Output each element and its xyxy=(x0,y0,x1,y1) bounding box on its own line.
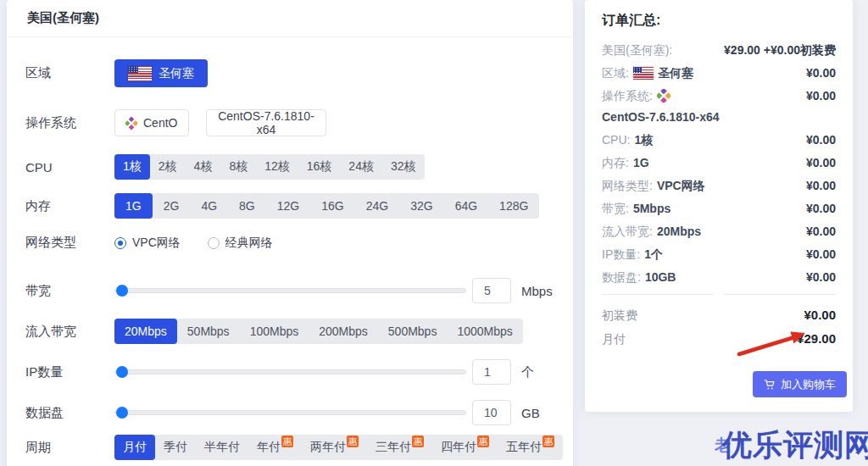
summary-region-row: 区域: 圣何塞 ¥0.00 xyxy=(602,64,836,81)
ip-input[interactable] xyxy=(472,359,511,385)
period-option[interactable]: 三年付惠 xyxy=(367,435,432,460)
summary-bandwidth-row: 带宽:5Mbps ¥0.00 xyxy=(602,200,836,217)
os-option-label: CentOS xyxy=(143,116,178,130)
inbound-option[interactable]: 20Mbps xyxy=(114,319,177,344)
centos-logo-icon xyxy=(657,89,670,103)
inbound-option[interactable]: 50Mbps xyxy=(177,319,240,344)
bandwidth-unit: Mbps xyxy=(521,284,553,298)
summary-ip-row: IP数量:1个 ¥0.00 xyxy=(602,246,836,263)
monthly-fee-price: ¥29.00 xyxy=(797,330,836,347)
slider-handle[interactable] xyxy=(116,285,128,297)
network-option-classic[interactable]: 经典网络 xyxy=(208,236,273,251)
period-label: 周期 xyxy=(25,440,114,456)
cpu-option[interactable]: 24核 xyxy=(340,154,382,180)
radio-unchecked-icon xyxy=(208,237,220,249)
inbound-option[interactable]: 100Mbps xyxy=(240,319,309,344)
network-option-vpc[interactable]: VPC网络 xyxy=(114,236,181,251)
discount-badge: 惠 xyxy=(412,435,424,447)
os-version-label: CentOS-7.6.1810-x64 xyxy=(217,109,315,136)
slider-handle[interactable] xyxy=(116,366,128,378)
disk-label: 数据盘 xyxy=(25,405,114,421)
disk-unit: GB xyxy=(521,406,540,420)
memory-option[interactable]: 24G xyxy=(355,193,399,219)
inbound-option[interactable]: 200Mbps xyxy=(309,319,378,344)
summary-inbound-row: 流入带宽:20Mbps ¥0.00 xyxy=(602,223,836,240)
period-row: 周期 月付 季付 半年付 年付惠 两年付惠 三年付惠 四年付惠 五年付惠 xyxy=(25,435,563,460)
period-option[interactable]: 两年付惠 xyxy=(302,435,367,460)
cpu-option[interactable]: 16核 xyxy=(298,154,341,180)
inbound-option[interactable]: 1000Mbps xyxy=(447,319,522,344)
inbound-options: 20Mbps 50Mbps 100Mbps 200Mbps 500Mbps 10… xyxy=(114,319,523,344)
discount-badge: 惠 xyxy=(347,435,359,447)
discount-badge: 惠 xyxy=(281,435,293,447)
setup-fee-row: 初装费 ¥0.00 xyxy=(602,307,836,324)
monthly-fee-row: 月付 ¥29.00 xyxy=(602,330,836,347)
summary-divider xyxy=(602,294,836,295)
slider-track[interactable] xyxy=(114,410,466,415)
watermark-text: 优乐评测网 xyxy=(722,425,868,465)
order-summary-title: 订单汇总: xyxy=(602,12,836,30)
period-option[interactable]: 五年付惠 xyxy=(498,435,563,460)
memory-label: 内存 xyxy=(25,198,114,214)
memory-option[interactable]: 32G xyxy=(399,193,443,219)
os-option-centos[interactable]: CentOS xyxy=(114,109,189,136)
cpu-option[interactable]: 8核 xyxy=(220,154,256,180)
memory-option[interactable]: 16G xyxy=(310,193,354,219)
setup-fee-label: 初装费 xyxy=(602,307,637,324)
os-version-option[interactable]: CentOS-7.6.1810-x64 xyxy=(206,109,326,136)
bandwidth-input[interactable] xyxy=(472,278,511,303)
server-config-panel: 美国(圣何塞) 区域 圣何塞 操作系统 CentOS CentOS-7.6.18… xyxy=(7,0,573,466)
os-label: 操作系统 xyxy=(25,115,114,131)
memory-option[interactable]: 2G xyxy=(153,193,191,219)
inbound-option[interactable]: 500Mbps xyxy=(378,319,448,344)
us-flag-icon xyxy=(633,67,654,80)
period-option[interactable]: 四年付惠 xyxy=(432,435,498,460)
ip-label: IP数量 xyxy=(25,364,114,380)
bandwidth-label: 带宽 xyxy=(25,283,114,299)
period-option[interactable]: 季付 xyxy=(155,435,196,460)
add-to-cart-button[interactable]: 加入购物车 xyxy=(753,371,847,397)
slider-handle[interactable] xyxy=(116,407,128,419)
region-option-sanjose[interactable]: 圣何塞 xyxy=(114,59,208,87)
region-option-label: 圣何塞 xyxy=(159,66,194,81)
page-title: 美国(圣何塞) xyxy=(7,0,573,37)
summary-network-row: 网络类型:VPC网络 ¥0.00 xyxy=(602,177,836,194)
plan-label: 美国(圣何塞): xyxy=(602,42,672,58)
ip-slider[interactable] xyxy=(114,366,466,378)
memory-option[interactable]: 64G xyxy=(444,193,488,219)
network-option-label: VPC网络 xyxy=(132,236,181,251)
memory-option[interactable]: 8G xyxy=(228,193,266,219)
memory-option[interactable]: 4G xyxy=(190,193,228,219)
network-row: 网络类型 VPC网络 经典网络 xyxy=(25,235,273,251)
bandwidth-row: 带宽 Mbps xyxy=(25,278,553,303)
slider-track[interactable] xyxy=(114,369,466,374)
period-option[interactable]: 年付惠 xyxy=(248,435,302,460)
us-flag-icon xyxy=(128,66,152,81)
cpu-option[interactable]: 2核 xyxy=(150,154,186,180)
slider-track[interactable] xyxy=(114,288,466,293)
discount-badge: 惠 xyxy=(542,435,554,447)
cpu-option[interactable]: 12核 xyxy=(256,154,298,180)
period-option[interactable]: 半年付 xyxy=(196,435,248,460)
network-label: 网络类型 xyxy=(25,235,114,251)
period-options: 月付 季付 半年付 年付惠 两年付惠 三年付惠 四年付惠 五年付惠 xyxy=(114,435,563,460)
memory-option[interactable]: 128G xyxy=(488,193,539,219)
inbound-label: 流入带宽 xyxy=(25,324,114,340)
period-option[interactable]: 月付 xyxy=(114,435,155,460)
disk-input[interactable] xyxy=(472,400,511,425)
ip-unit: 个 xyxy=(521,364,534,380)
bandwidth-slider[interactable] xyxy=(114,285,466,297)
monthly-fee-label: 月付 xyxy=(602,330,626,347)
cpu-option[interactable]: 1核 xyxy=(114,154,150,180)
radio-checked-icon xyxy=(114,237,126,249)
cpu-label: CPU xyxy=(25,160,114,175)
cpu-option[interactable]: 4核 xyxy=(186,154,221,180)
memory-option[interactable]: 12G xyxy=(266,193,310,219)
network-option-label: 经典网络 xyxy=(225,236,273,251)
disk-slider[interactable] xyxy=(114,407,466,419)
cpu-option[interactable]: 32核 xyxy=(382,154,425,180)
summary-disk-row: 数据盘:10GB ¥0.00 xyxy=(602,269,836,286)
summary-memory-row: 内存:1G ¥0.00 xyxy=(602,154,836,171)
summary-plan-row: 美国(圣何塞): ¥29.00 +¥0.00初装费 xyxy=(602,42,836,58)
memory-option[interactable]: 1G xyxy=(114,193,153,219)
